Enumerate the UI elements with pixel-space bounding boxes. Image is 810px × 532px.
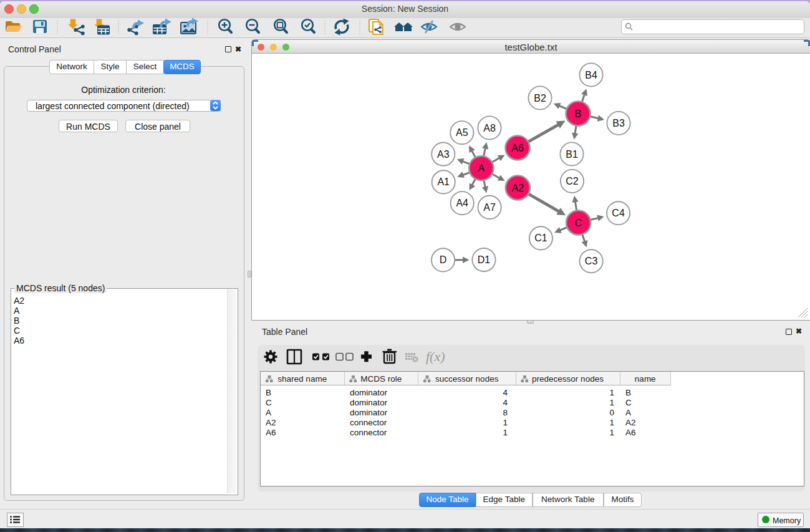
svg-text:A: A — [478, 163, 485, 173]
svg-text:B: B — [575, 109, 582, 119]
svg-text:A7: A7 — [483, 202, 496, 213]
svg-text:A3: A3 — [437, 149, 450, 160]
svg-text:B1: B1 — [566, 149, 578, 160]
svg-text:A8: A8 — [483, 123, 496, 133]
svg-text:A4: A4 — [456, 198, 468, 208]
svg-text:A6: A6 — [511, 143, 524, 153]
svg-text:C4: C4 — [612, 208, 625, 218]
svg-text:C3: C3 — [585, 256, 598, 266]
svg-text:B2: B2 — [534, 93, 546, 104]
svg-text:B4: B4 — [585, 70, 597, 80]
svg-text:B3: B3 — [612, 118, 625, 128]
svg-text:D: D — [440, 254, 447, 265]
svg-text:C2: C2 — [566, 176, 579, 186]
svg-text:A2: A2 — [512, 183, 524, 193]
svg-text:f(x): f(x) — [426, 349, 445, 364]
svg-text:A5: A5 — [456, 127, 468, 138]
svg-text:D1: D1 — [478, 254, 491, 265]
svg-text:C1: C1 — [534, 233, 547, 243]
svg-text:C: C — [575, 218, 582, 228]
svg-text:A1: A1 — [437, 177, 450, 187]
